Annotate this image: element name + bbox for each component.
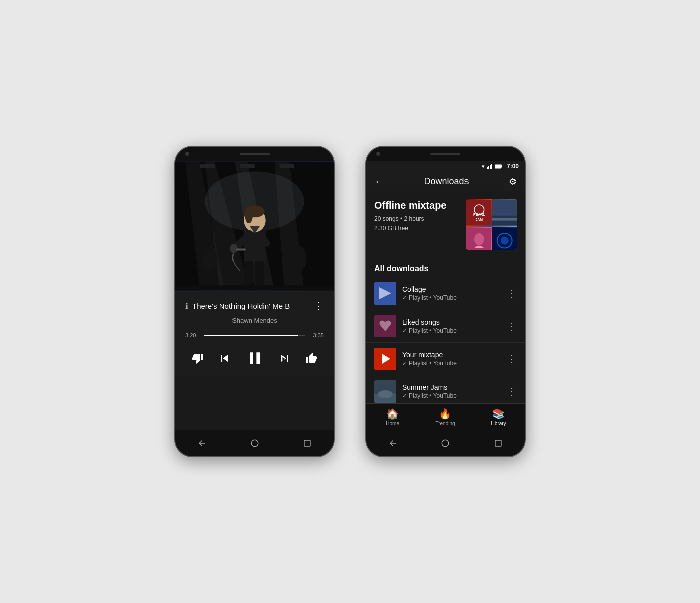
svg-point-23 bbox=[251, 440, 258, 447]
next-track-button[interactable] bbox=[278, 351, 292, 365]
offline-mixtape-section[interactable]: Offline mixtape 20 songs • 2 hours 2.30 … bbox=[366, 191, 525, 258]
svg-text:JAM: JAM bbox=[475, 218, 483, 221]
phone-top-bar-left bbox=[175, 147, 334, 161]
library-nav-label: Library bbox=[491, 421, 506, 426]
left-phone: ℹ There's Nothing Holdin' Me B ⋮ Shawn M… bbox=[174, 146, 335, 457]
speaker-left bbox=[240, 153, 270, 155]
summer-more-icon[interactable]: ⋮ bbox=[507, 385, 517, 397]
svg-point-51 bbox=[378, 390, 393, 398]
svg-rect-20 bbox=[175, 286, 334, 291]
mixtape-subtitle: ✓ Playlist • YouTube bbox=[402, 360, 501, 367]
front-camera-left bbox=[185, 152, 189, 156]
status-time: 7:00 bbox=[507, 163, 519, 170]
liked-more-icon[interactable]: ⋮ bbox=[507, 320, 517, 332]
summer-check-icon: ✓ bbox=[402, 393, 407, 399]
svg-point-43 bbox=[500, 236, 508, 244]
time-current: 3:20 bbox=[185, 332, 199, 338]
svg-rect-26 bbox=[488, 166, 489, 169]
mixtape-thumb bbox=[374, 348, 396, 370]
recent-nav-left[interactable] bbox=[302, 438, 313, 449]
player-video bbox=[175, 161, 334, 291]
status-bar: ▾ 7:00 bbox=[366, 161, 525, 172]
pause-button[interactable] bbox=[245, 348, 265, 368]
svg-rect-15 bbox=[236, 248, 246, 250]
back-nav-right[interactable] bbox=[387, 438, 398, 449]
library-nav-icon: 📚 bbox=[492, 408, 505, 420]
more-options-icon[interactable]: ⋮ bbox=[314, 299, 324, 312]
settings-button[interactable]: ⚙ bbox=[509, 176, 517, 187]
thumbup-button[interactable] bbox=[305, 352, 317, 364]
home-nav-label: Home bbox=[386, 421, 399, 426]
mixtape-check-icon: ✓ bbox=[402, 360, 407, 367]
front-camera-right bbox=[376, 152, 380, 156]
home-nav-icon: 🏠 bbox=[386, 408, 399, 420]
all-downloads-title: All downloads bbox=[366, 258, 525, 277]
svg-rect-27 bbox=[490, 165, 491, 169]
summer-info: Summer Jams ✓ Playlist • YouTube bbox=[402, 383, 501, 399]
home-nav-left[interactable] bbox=[249, 438, 260, 449]
right-phone: ▾ 7:00 ← Downloads ⚙ Off bbox=[365, 146, 526, 457]
svg-rect-7 bbox=[240, 164, 255, 168]
progress-track[interactable] bbox=[204, 335, 305, 336]
summer-thumb bbox=[374, 380, 396, 403]
artist-name: Shawn Mendes bbox=[175, 316, 334, 328]
progress-bar-container: 3:20 3:35 bbox=[185, 332, 324, 338]
download-item-liked[interactable]: Liked songs ✓ Playlist • YouTube ⋮ bbox=[366, 310, 525, 343]
prev-track-button[interactable] bbox=[217, 351, 231, 365]
mixtape-item-name: Your mixtape bbox=[402, 351, 501, 359]
summer-name: Summer Jams bbox=[402, 383, 501, 391]
nav-library[interactable]: 📚 Library bbox=[472, 404, 525, 430]
svg-rect-17 bbox=[244, 261, 253, 285]
svg-rect-38 bbox=[492, 218, 517, 221]
wifi-icon: ▾ bbox=[482, 163, 485, 170]
svg-rect-24 bbox=[304, 440, 310, 446]
svg-rect-31 bbox=[495, 165, 501, 168]
player-screen: ℹ There's Nothing Holdin' Me B ⋮ Shawn M… bbox=[175, 161, 334, 430]
speaker-right bbox=[430, 153, 460, 155]
player-info-bar: ℹ There's Nothing Holdin' Me B ⋮ bbox=[175, 291, 334, 316]
liked-check-icon: ✓ bbox=[402, 328, 407, 334]
svg-rect-28 bbox=[491, 164, 492, 169]
playback-controls bbox=[175, 342, 334, 376]
svg-rect-53 bbox=[495, 440, 501, 446]
recent-nav-right[interactable] bbox=[493, 438, 504, 449]
nav-trending[interactable]: 🔥 Trending bbox=[419, 404, 472, 430]
download-item-mixtape[interactable]: Your mixtape ✓ Playlist • YouTube ⋮ bbox=[366, 343, 525, 375]
thumbdown-button[interactable] bbox=[192, 352, 204, 364]
svg-point-52 bbox=[442, 440, 449, 447]
back-button[interactable]: ← bbox=[374, 176, 384, 187]
phone-bottom-bar-left bbox=[175, 430, 334, 456]
svg-rect-37 bbox=[492, 216, 517, 226]
progress-fill bbox=[204, 335, 298, 336]
download-item-summer[interactable]: Summer Jams ✓ Playlist • YouTube ⋮ bbox=[366, 375, 525, 403]
bottom-navigation: 🏠 Home 🔥 Trending 📚 Library bbox=[366, 403, 525, 430]
trending-nav-icon: 🔥 bbox=[439, 408, 451, 420]
download-item-collage[interactable]: Collage ✓ Playlist • YouTube ⋮ bbox=[366, 277, 525, 310]
downloads-header: ← Downloads ⚙ bbox=[366, 172, 525, 191]
nav-home[interactable]: 🏠 Home bbox=[366, 404, 419, 430]
svg-point-40 bbox=[474, 233, 484, 245]
collage-check-icon: ✓ bbox=[402, 295, 407, 301]
collage-thumb bbox=[374, 282, 396, 305]
liked-thumb bbox=[374, 315, 396, 337]
mixtape-songs: 20 songs • 2 hours bbox=[374, 214, 466, 224]
svg-point-22 bbox=[292, 246, 307, 271]
summer-subtitle: ✓ Playlist • YouTube bbox=[402, 392, 501, 399]
mixtape-item-info: Your mixtape ✓ Playlist • YouTube bbox=[402, 351, 501, 367]
back-nav-left[interactable] bbox=[196, 438, 207, 449]
collage-name: Collage bbox=[402, 285, 501, 293]
album-art-alan bbox=[492, 227, 517, 250]
phone-top-bar-right bbox=[366, 147, 525, 161]
album-collage: PEARL JAM bbox=[466, 199, 517, 250]
liked-subtitle: ✓ Playlist • YouTube bbox=[402, 327, 501, 334]
album-art-ariana bbox=[466, 227, 492, 250]
mixtape-title: Offline mixtape bbox=[374, 199, 466, 211]
signal-icon bbox=[487, 164, 493, 169]
svg-point-14 bbox=[230, 244, 238, 253]
mixtape-storage: 2.30 GB free bbox=[374, 224, 466, 233]
home-nav-right[interactable] bbox=[440, 438, 451, 449]
collage-more-icon[interactable]: ⋮ bbox=[507, 287, 517, 299]
downloads-screen: ▾ 7:00 ← Downloads ⚙ Off bbox=[366, 161, 525, 430]
collage-subtitle: ✓ Playlist • YouTube bbox=[402, 294, 501, 301]
mixtape-more-icon[interactable]: ⋮ bbox=[507, 353, 517, 365]
